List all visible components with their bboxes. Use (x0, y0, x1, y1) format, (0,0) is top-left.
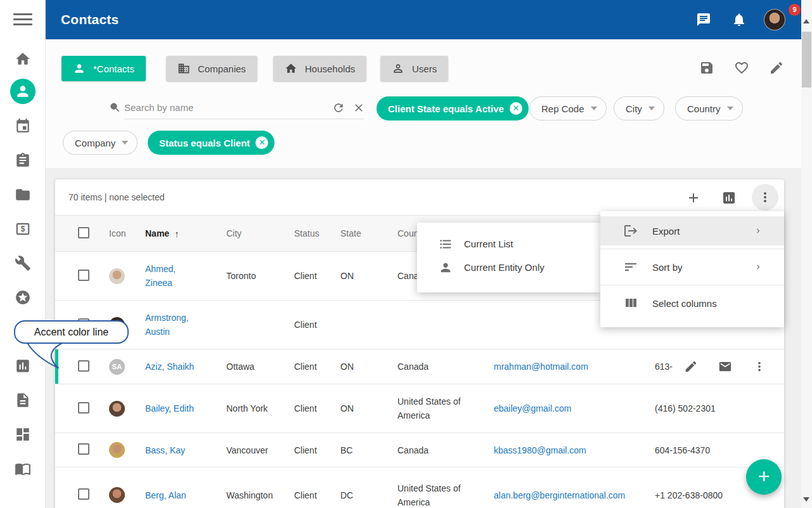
row-checkbox[interactable] (78, 360, 89, 372)
contact-name-link[interactable]: Berg, Alan (145, 488, 186, 502)
chevron-right-icon (754, 226, 763, 235)
tab-companies[interactable]: Companies (166, 56, 257, 81)
column-header-city[interactable]: City (226, 228, 294, 238)
filter-chip-country[interactable]: Country (675, 96, 743, 120)
column-header-icon[interactable]: Icon (109, 228, 145, 238)
filter-chip-rep-code[interactable]: Rep Code (529, 96, 607, 120)
dashboard-icon[interactable] (15, 426, 31, 443)
remove-filter-icon[interactable]: ✕ (510, 102, 522, 115)
chevron-right-icon (754, 263, 763, 271)
person-outline-icon (392, 62, 404, 75)
edit-pencil-icon[interactable] (684, 360, 698, 374)
row-checkbox[interactable] (78, 402, 89, 414)
person-icon (73, 62, 86, 75)
notifications-bell-icon[interactable] (731, 12, 747, 27)
column-header-name[interactable]: Name ↑ (145, 228, 226, 239)
tab-label: Users (412, 63, 437, 74)
cell-status: Client (294, 318, 340, 332)
tasks-icon[interactable] (15, 152, 31, 169)
select-all-checkbox[interactable] (78, 227, 89, 238)
column-header-state[interactable]: State (340, 228, 397, 238)
menu-item-current-entity[interactable]: Current Entity Only (417, 256, 600, 279)
chart-view-icon[interactable] (721, 190, 737, 205)
filter-chip-status[interactable]: Status equals Client ✕ (148, 131, 274, 155)
list-summary: 70 items | none selected (68, 179, 165, 216)
menu-item-sort-by[interactable]: Sort by (600, 252, 784, 282)
contact-email-link[interactable]: kbass1980@gmail.com (494, 443, 586, 457)
contact-name-link[interactable]: Ahmed, Zineea (145, 262, 176, 290)
table-row[interactable]: Bailey, Edith North York Client ON Unite… (55, 384, 784, 433)
chip-label: Status equals Client (159, 138, 250, 148)
filter-chip-client-state[interactable]: Client State equals Active ✕ (377, 96, 529, 120)
tab-label: Companies (198, 63, 246, 74)
send-email-icon[interactable] (718, 360, 732, 374)
cell-status: Client (294, 443, 340, 457)
table-row[interactable]: Bass, Kay Vancouver Client BC Canada kba… (55, 433, 784, 467)
more-options-icon[interactable] (752, 184, 778, 211)
contact-name-link[interactable]: Armstrong, Austin (145, 311, 188, 339)
billing-icon[interactable]: $ (15, 221, 31, 237)
menu-item-label: Current Entity Only (464, 262, 545, 273)
row-checkbox[interactable] (78, 488, 89, 500)
cell-status: Client (294, 360, 340, 374)
scroll-down-arrow-icon[interactable] (803, 497, 809, 502)
contact-email-link[interactable]: alan.berg@berginternational.com (494, 488, 625, 502)
edit-pencil-icon[interactable] (769, 60, 784, 75)
menu-icon[interactable] (13, 13, 32, 26)
cell-state: ON (340, 269, 397, 283)
filter-chip-city[interactable]: City (614, 96, 664, 120)
refresh-icon[interactable] (332, 101, 345, 114)
chip-label: Company (75, 138, 115, 148)
cell-status: Client (294, 488, 340, 502)
home-icon[interactable] (15, 51, 31, 67)
chat-icon[interactable] (696, 12, 711, 27)
list-options-menu: Export Sort by Select columns (600, 211, 784, 327)
favorites-icon[interactable] (15, 289, 31, 306)
row-checkbox[interactable] (78, 443, 89, 455)
menu-divider (600, 285, 784, 285)
library-icon[interactable] (15, 460, 31, 477)
search-input[interactable] (124, 96, 364, 119)
cell-phone: 604-156-4370 (655, 443, 778, 457)
scroll-up-arrow-icon[interactable] (803, 19, 809, 23)
contact-name-link[interactable]: Bailey, Edith (145, 401, 194, 415)
add-icon[interactable] (686, 190, 701, 205)
contact-name-link[interactable]: Bass, Kay (145, 443, 185, 457)
chip-label: City (626, 103, 642, 114)
favorite-heart-icon[interactable] (734, 60, 749, 75)
contact-email-link[interactable]: mrahman@hotmail.com (494, 360, 588, 374)
menu-item-select-columns[interactable]: Select columns (600, 289, 784, 318)
table-row-selected[interactable]: SA Aziz, Shaikh Ottawa Client ON Canada … (55, 349, 784, 384)
cell-city: North York (226, 401, 294, 415)
cell-state: BC (340, 443, 397, 457)
tools-icon[interactable] (15, 255, 31, 271)
user-avatar[interactable] (764, 9, 785, 30)
chevron-down-icon (122, 141, 128, 145)
remove-filter-icon[interactable]: ✕ (255, 136, 268, 149)
documents-icon[interactable] (15, 392, 31, 408)
contact-avatar-initials: SA (109, 359, 125, 375)
tab-contacts[interactable]: *Contacts (61, 56, 146, 81)
folder-icon[interactable] (15, 186, 31, 203)
table-row[interactable]: Berg, Alan Washington Client DC United S… (55, 467, 784, 508)
menu-item-label: Current List (464, 238, 513, 249)
tab-households[interactable]: Households (273, 56, 366, 81)
save-icon[interactable] (699, 60, 714, 75)
contact-email-link[interactable]: ebailey@gmail.com (494, 401, 571, 415)
contact-name-link[interactable]: Aziz, Shaikh (145, 360, 194, 374)
add-contact-fab[interactable]: + (746, 459, 782, 495)
tab-users[interactable]: Users (380, 56, 448, 81)
menu-item-current-list[interactable]: Current List (417, 232, 600, 256)
clear-search-icon[interactable] (352, 101, 365, 114)
scrollbar-thumb[interactable] (802, 32, 811, 88)
row-checkbox[interactable] (78, 270, 89, 281)
filter-chip-company[interactable]: Company (63, 131, 138, 155)
menu-item-export[interactable]: Export (600, 216, 784, 245)
column-header-status[interactable]: Status (294, 228, 340, 238)
contacts-icon-active[interactable] (10, 79, 35, 104)
row-more-options-icon[interactable] (752, 360, 766, 374)
page-scrollbar[interactable] (801, 0, 812, 508)
calendar-icon[interactable] (15, 118, 31, 134)
notification-count-badge: 9 (789, 4, 801, 16)
page-title: Contacts (61, 0, 119, 39)
